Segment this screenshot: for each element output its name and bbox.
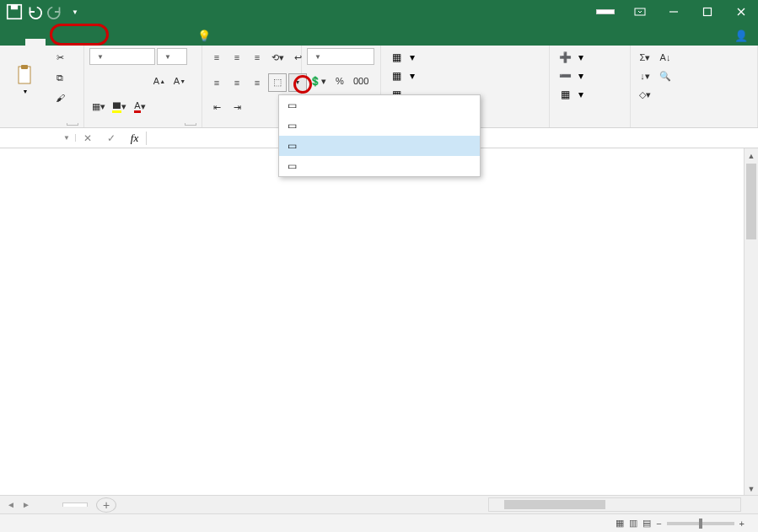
menu-unmerge[interactable]: ▭ [279, 156, 480, 176]
paste-button[interactable]: ▼ [5, 60, 46, 96]
format-as-table-button[interactable]: ▦ ▾ [386, 67, 544, 85]
font-size-combo[interactable]: ▼ [157, 48, 187, 65]
format-cells-button[interactable]: ▦ ▾ [555, 85, 625, 104]
group-clipboard-label: ↘ [5, 123, 78, 127]
decrease-indent-icon[interactable]: ⇤ [207, 98, 226, 116]
tab-help[interactable] [167, 39, 187, 46]
font-color-icon[interactable]: A▾ [131, 98, 149, 116]
insert-cells-button[interactable]: ➕ ▾ [555, 48, 625, 67]
view-layout-icon[interactable]: ▥ [629, 518, 637, 529]
font-name-combo[interactable]: ▼ [89, 48, 155, 65]
align-right-icon[interactable]: ≡ [248, 73, 266, 92]
delete-cells-button[interactable]: ➖ ▾ [555, 67, 625, 85]
grow-font-icon[interactable]: A▲ [150, 72, 169, 90]
fx-icon[interactable]: fx [123, 132, 147, 145]
align-left-icon[interactable]: ≡ [207, 73, 226, 92]
tab-file[interactable] [5, 39, 25, 46]
dialog-launcher-icon[interactable]: ↘ [67, 123, 78, 126]
horizontal-scrollbar[interactable] [488, 497, 741, 512]
find-select-icon[interactable]: 🔍 [656, 67, 675, 85]
minimize-icon[interactable] [657, 0, 691, 24]
scroll-thumb[interactable] [504, 500, 605, 509]
merge-center-icon: ▭ [284, 99, 299, 112]
merge-button[interactable]: ⬚ [268, 73, 287, 92]
group-editing: Σ▾ A↓ ↓▾ 🔍 ◇▾ [631, 46, 758, 127]
merge-across-icon: ▭ [284, 119, 299, 132]
format-painter-icon[interactable]: 🖌 [51, 89, 69, 107]
bold-button[interactable] [89, 72, 108, 90]
clear-icon[interactable]: ◇▾ [636, 85, 654, 104]
vertical-scrollbar[interactable]: ▲ ▼ [744, 148, 758, 496]
sort-filter-icon[interactable]: A↓ [656, 48, 675, 67]
orientation-icon[interactable]: ⟲▾ [268, 48, 287, 67]
tab-data[interactable] [106, 39, 126, 46]
number-format-combo[interactable]: ▼ [307, 48, 374, 65]
view-normal-icon[interactable]: ▦ [616, 518, 624, 529]
tab-share[interactable]: 👤 [724, 26, 758, 46]
align-center-icon[interactable]: ≡ [228, 73, 246, 92]
paste-icon [12, 62, 39, 89]
zoom-out-icon[interactable]: − [656, 519, 661, 529]
tab-review[interactable] [126, 39, 147, 46]
tab-formulas[interactable] [86, 39, 106, 46]
italic-button[interactable] [110, 72, 128, 90]
zoom-in-icon[interactable]: + [739, 519, 745, 529]
tab-home[interactable] [25, 39, 46, 46]
underline-button[interactable] [130, 72, 148, 90]
comma-icon[interactable]: 000 [351, 72, 371, 90]
align-middle-icon[interactable]: ≡ [228, 48, 246, 67]
ribbon-options-icon[interactable] [623, 0, 657, 24]
chevron-down-icon: ▼ [97, 53, 104, 61]
percent-icon[interactable]: % [331, 72, 349, 90]
delete-icon: ➖ [558, 69, 572, 83]
align-top-icon[interactable]: ≡ [207, 48, 226, 67]
scroll-thumb[interactable] [746, 164, 756, 239]
menu-merge-across[interactable]: ▭ [279, 116, 480, 136]
fill-icon[interactable]: ↓▾ [636, 67, 654, 85]
menu-merge-cells[interactable]: ▭ [279, 136, 480, 156]
spreadsheet-grid[interactable]: ▲ ▼ [0, 148, 758, 496]
tab-tellme[interactable]: 💡 [187, 26, 221, 46]
tab-nav[interactable]: ◄► [0, 500, 37, 509]
dialog-launcher-icon[interactable]: ↘ [185, 123, 196, 126]
new-sheet-button[interactable]: + [96, 497, 116, 513]
increase-indent-icon[interactable]: ⇥ [228, 98, 246, 116]
merge-cells-icon: ▭ [284, 139, 299, 153]
enter-formula-icon[interactable]: ✓ [99, 132, 123, 144]
shrink-font-icon[interactable]: A▼ [170, 72, 189, 90]
format-icon: ▦ [558, 88, 572, 101]
name-box[interactable]: ▼ [0, 134, 76, 142]
tab-view[interactable] [147, 39, 167, 46]
accounting-icon[interactable]: 💲▾ [307, 72, 329, 90]
login-button[interactable] [596, 9, 615, 14]
group-editing-label [636, 123, 752, 127]
scroll-down-icon[interactable]: ▼ [745, 481, 758, 496]
align-bottom-icon[interactable]: ≡ [248, 48, 266, 67]
zoom-slider[interactable] [667, 522, 734, 525]
chevron-down-icon: ▼ [314, 53, 321, 61]
close-icon[interactable] [724, 0, 758, 24]
tab-insert[interactable] [46, 39, 66, 46]
menu-merge-center[interactable]: ▭ [279, 95, 480, 116]
fill-color-icon[interactable]: ⯀▾ [110, 98, 129, 116]
save-icon[interactable] [5, 3, 24, 21]
group-clipboard: ▼ ✂ ⧉ 🖌 ↘ [0, 46, 84, 127]
sheet-tab[interactable] [62, 502, 88, 507]
cut-icon[interactable]: ✂ [51, 48, 69, 67]
maximize-icon[interactable] [691, 0, 724, 24]
group-cells-label [555, 123, 625, 127]
redo-icon[interactable] [46, 3, 64, 21]
conditional-formatting-button[interactable]: ▦ ▾ [386, 48, 544, 67]
title-bar: ▼ [0, 0, 758, 24]
autosum-icon[interactable]: Σ▾ [636, 48, 654, 67]
copy-icon[interactable]: ⧉ [51, 68, 69, 87]
tab-layout[interactable] [66, 39, 86, 46]
group-cells: ➕ ▾ ➖ ▾ ▦ ▾ [550, 46, 631, 127]
zoom-controls: ▦ ▥ ▤ − + [616, 518, 750, 529]
view-pagebreak-icon[interactable]: ▤ [642, 518, 651, 529]
undo-icon[interactable] [25, 3, 44, 21]
borders-icon[interactable]: ▦▾ [89, 98, 108, 116]
scroll-up-icon[interactable]: ▲ [745, 148, 758, 163]
cancel-formula-icon[interactable]: ✕ [76, 132, 99, 144]
qat-customize-icon[interactable]: ▼ [66, 3, 84, 21]
